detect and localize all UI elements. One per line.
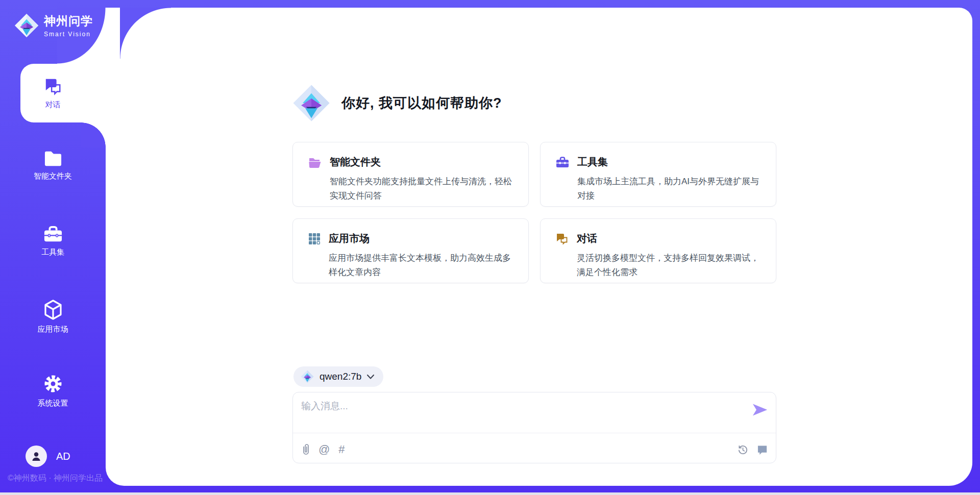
message-bubble-icon[interactable]: [757, 444, 768, 455]
sidebar-item-settings[interactable]: 系统设置: [0, 373, 106, 408]
folder-icon: [308, 155, 322, 206]
sidebar-item-label: 对话: [0, 100, 106, 110]
send-button[interactable]: [752, 404, 768, 418]
message-input[interactable]: [301, 400, 740, 428]
gear-icon: [42, 373, 64, 394]
card-description: 灵活切换多模型文件，支持多样回复效果调试，满足个性化需求: [577, 251, 766, 280]
card-description: 智能文件夹功能支持批量文件上传与清洗，轻松实现文件问答: [330, 175, 518, 203]
card-toolset[interactable]: 工具集 集成市场上主流工具，助力AI与外界无缝扩展与对接: [540, 142, 776, 207]
history-icon[interactable]: [737, 444, 749, 456]
user-account[interactable]: AD: [26, 445, 70, 467]
main-content-panel: 你好, 我可以如何帮助你? 智能文件夹 智能文件夹功能支持批量文件上传与清洗，轻…: [106, 8, 972, 486]
avatar: [26, 445, 47, 467]
chat-icon: [43, 78, 63, 96]
sidebar-item-app-market[interactable]: 应用市场: [0, 299, 106, 334]
chat-icon: [556, 232, 569, 283]
brand-diamond-icon: [292, 84, 330, 122]
card-chat[interactable]: 对话 灵活切换多模型文件，支持多样回复效果调试，满足个性化需求: [540, 218, 776, 283]
composer-divider: [293, 433, 776, 433]
corner-swoosh: [120, 8, 171, 59]
folder-icon: [43, 150, 63, 167]
user-initials: AD: [56, 451, 70, 462]
card-smart-folder[interactable]: 智能文件夹 智能文件夹功能支持批量文件上传与清洗，轻松实现文件问答: [292, 142, 529, 207]
attachment-icon[interactable]: [302, 443, 310, 456]
model-diamond-icon: [301, 370, 314, 383]
copyright-note: ©神州数码 · 神州问学出品: [8, 473, 110, 484]
tab-fillet-bottom: [81, 122, 106, 147]
sidebar-item-smart-folder[interactable]: 智能文件夹: [0, 150, 106, 181]
model-selector[interactable]: qwen2:7b: [293, 366, 383, 387]
grid-icon: [308, 232, 321, 283]
card-title: 对话: [577, 232, 766, 245]
sidebar-item-toolset[interactable]: 工具集: [0, 225, 106, 257]
mention-icon[interactable]: @: [318, 444, 330, 455]
briefcase-icon: [556, 155, 569, 206]
sidebar-item-label: 工具集: [0, 247, 106, 257]
message-composer: @ #: [292, 392, 776, 463]
sidebar-item-label: 智能文件夹: [0, 171, 106, 181]
card-title: 应用市场: [329, 232, 518, 245]
briefcase-icon: [43, 225, 63, 243]
person-icon: [30, 450, 42, 462]
sidebar-item-label: 应用市场: [0, 325, 106, 334]
feature-cards: 智能文件夹 智能文件夹功能支持批量文件上传与清洗，轻松实现文件问答 工具集: [292, 142, 776, 283]
card-description: 集成市场上主流工具，助力AI与外界无缝扩展与对接: [577, 175, 766, 203]
hashtag-icon[interactable]: #: [338, 444, 345, 455]
greeting-block: 你好, 我可以如何帮助你?: [292, 84, 502, 122]
card-app-market[interactable]: 应用市场 应用市场提供丰富长文本模板，助力高效生成多样化文章内容: [292, 218, 529, 283]
card-title: 智能文件夹: [330, 155, 518, 169]
sidebar-item-chat[interactable]: 对话: [0, 78, 106, 110]
horizontal-scrollbar[interactable]: [0, 492, 980, 495]
greeting-title: 你好, 我可以如何帮助你?: [341, 94, 502, 112]
card-title: 工具集: [577, 155, 766, 169]
brand-title: 神州问学: [44, 13, 93, 29]
sidebar-item-label: 系统设置: [0, 399, 106, 408]
brand-subtitle: Smart Vision: [44, 31, 93, 38]
card-description: 应用市场提供丰富长文本模板，助力高效生成多样化文章内容: [329, 251, 518, 280]
cube-icon: [43, 299, 63, 320]
model-name: qwen2:7b: [320, 371, 361, 382]
app-logo: 神州问学 Smart Vision: [14, 13, 93, 38]
brand-diamond-icon: [14, 13, 39, 38]
chevron-down-icon: [367, 375, 374, 379]
